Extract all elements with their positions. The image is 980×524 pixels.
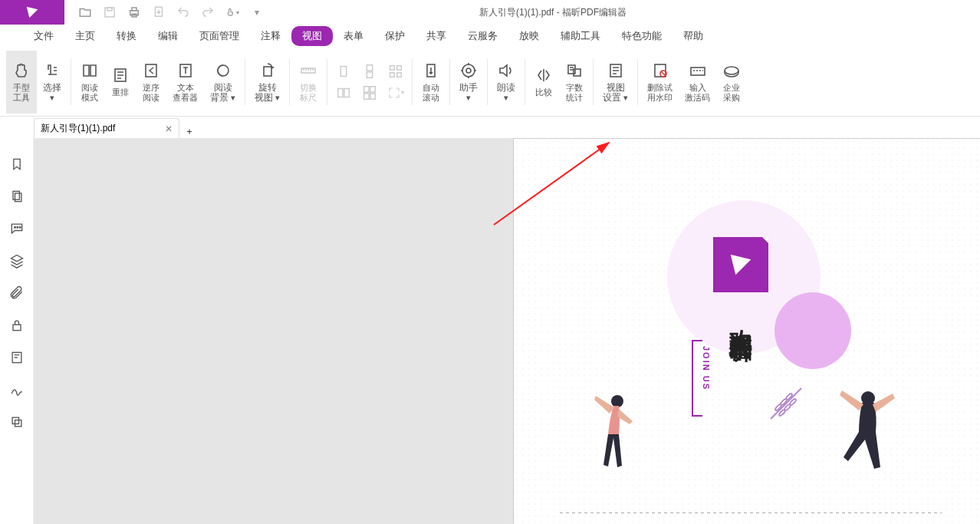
single-page-icon[interactable] <box>335 63 352 80</box>
undo-icon[interactable] <box>176 5 190 19</box>
fit-icon[interactable]: ▾ <box>387 84 404 101</box>
svg-rect-13 <box>338 88 343 97</box>
menu-view[interactable]: 视图 <box>291 26 333 46</box>
touch-icon[interactable]: ▾ <box>225 5 239 19</box>
continuous-icon[interactable] <box>361 63 378 80</box>
window-title: 新人引导(1)(1).pdf - 福昕PDF编辑器 <box>264 6 980 19</box>
svg-rect-36 <box>15 193 21 202</box>
continuous-facing-icon[interactable] <box>361 84 378 101</box>
svg-rect-12 <box>340 66 346 76</box>
export-icon[interactable] <box>152 5 166 19</box>
compare-button[interactable]: 比较 <box>528 51 559 114</box>
svg-point-46 <box>785 393 793 400</box>
view-settings-button[interactable]: 视图设置 ▾ <box>597 51 634 114</box>
menu-protect[interactable]: 保护 <box>374 26 416 46</box>
foxit-logo-icon <box>713 237 768 292</box>
enterprise-button[interactable]: 企业采购 <box>716 51 747 114</box>
menu-home[interactable]: 主页 <box>64 26 106 46</box>
document-tab[interactable]: 新人引导(1)(1).pdf ✕ <box>34 118 179 138</box>
remove-watermark-button[interactable]: 删除试用水印 <box>641 51 679 114</box>
enter-code-button[interactable]: 输入激活码 <box>679 51 716 114</box>
title-bar: ▾ ▾ 新人引导(1)(1).pdf - 福昕PDF编辑器 <box>0 0 980 25</box>
document-tab-strip: 新人引导(1)(1).pdf ✕ ＋ <box>0 117 980 138</box>
svg-rect-43 <box>15 420 21 427</box>
auto-scroll-button[interactable]: 自动滚动 <box>416 51 446 114</box>
svg-rect-40 <box>13 325 21 331</box>
save-icon[interactable] <box>103 5 117 19</box>
svg-point-39 <box>19 227 21 229</box>
pages-icon[interactable] <box>9 189 25 204</box>
security-icon[interactable] <box>9 318 25 333</box>
reflow-button[interactable]: 重排 <box>105 51 136 114</box>
read-background-button[interactable]: 阅读背景 ▾ <box>204 51 242 114</box>
toggle-ruler-button[interactable]: 切换标尺 <box>293 51 324 114</box>
viewset-icon <box>607 61 625 80</box>
svg-point-38 <box>17 227 18 229</box>
svg-rect-35 <box>13 191 19 199</box>
svg-rect-22 <box>397 65 402 70</box>
rotate-view-button[interactable]: 旋转视图 ▾ <box>248 51 286 114</box>
svg-rect-0 <box>105 8 114 17</box>
svg-rect-14 <box>344 88 349 97</box>
menu-form[interactable]: 表单 <box>333 26 374 46</box>
menu-edit[interactable]: 编辑 <box>147 26 189 46</box>
svg-rect-21 <box>390 65 395 70</box>
attachment-icon[interactable] <box>9 285 25 301</box>
welcome-text: 欢迎来到福昕 <box>725 312 756 321</box>
qat-more-icon[interactable]: ▾ <box>250 5 264 19</box>
document-tab-label: 新人引导(1)(1).pdf <box>41 122 115 135</box>
svg-point-37 <box>14 227 15 229</box>
reverse-read-button[interactable]: 逆序阅读 <box>136 51 166 114</box>
read-aloud-button[interactable]: 朗读▾ <box>491 51 521 114</box>
thumbnails-icon[interactable] <box>387 63 404 80</box>
ribbon: 手型工具 选择▾ 阅读模式 重排 逆序阅读 文本查看器 阅读背景 ▾ 旋转视图 … <box>0 48 980 117</box>
svg-rect-17 <box>364 86 369 91</box>
autoscroll-icon <box>422 61 440 80</box>
menu-share[interactable]: 共享 <box>416 26 457 46</box>
menu-features[interactable]: 特色功能 <box>611 26 673 46</box>
close-tab-icon[interactable]: ✕ <box>165 124 173 134</box>
menu-pages[interactable]: 页面管理 <box>189 26 250 46</box>
quick-access-toolbar: ▾ ▾ <box>64 5 264 19</box>
word-count-button[interactable]: 字数统计 <box>559 51 590 114</box>
duplicate-icon[interactable] <box>9 414 25 430</box>
select-icon <box>43 61 61 80</box>
open-icon[interactable] <box>78 5 92 19</box>
print-icon[interactable] <box>127 5 141 19</box>
read-mode-button[interactable]: 阅读模式 <box>74 51 105 114</box>
redo-icon[interactable] <box>201 5 215 19</box>
add-tab-button[interactable]: ＋ <box>179 125 199 138</box>
menu-file[interactable]: 文件 <box>23 26 64 46</box>
remove-wm-icon <box>651 61 669 80</box>
svg-rect-7 <box>146 64 156 77</box>
menu-accessibility[interactable]: 辅助工具 <box>550 26 611 46</box>
compare-icon <box>534 66 553 84</box>
assistant-button[interactable]: 助手▾ <box>453 51 484 114</box>
layout-small-buttons-2 <box>357 51 383 114</box>
svg-point-50 <box>611 395 623 407</box>
layout-small-buttons <box>331 51 357 114</box>
layout-small-buttons-3: ▾ <box>383 51 409 114</box>
book-icon <box>81 61 99 80</box>
menu-annotate[interactable]: 注释 <box>250 26 291 46</box>
bookmark-icon[interactable] <box>9 157 25 172</box>
menu-cloud[interactable]: 云服务 <box>457 26 508 46</box>
reverse-icon <box>142 61 160 80</box>
field-icon[interactable] <box>9 350 25 365</box>
menu-convert[interactable]: 转换 <box>106 26 147 46</box>
menu-present[interactable]: 放映 <box>508 26 550 46</box>
menu-help[interactable]: 帮助 <box>673 26 714 46</box>
svg-point-34 <box>725 67 738 74</box>
select-button[interactable]: 选择▾ <box>37 51 67 114</box>
facing-icon[interactable] <box>335 84 352 101</box>
workspace: JOIN US 欢迎来到福昕 <box>0 138 980 524</box>
svg-rect-20 <box>370 93 375 98</box>
person-2-icon <box>836 384 897 484</box>
text-viewer-button[interactable]: 文本查看器 <box>166 51 204 114</box>
hand-tool-button[interactable]: 手型工具 <box>6 51 37 114</box>
layers-icon[interactable] <box>9 253 25 269</box>
document-canvas[interactable]: JOIN US 欢迎来到福昕 <box>34 138 980 524</box>
signature-icon[interactable] <box>9 382 25 397</box>
comment-icon[interactable] <box>9 221 25 236</box>
assistant-icon <box>459 61 478 80</box>
